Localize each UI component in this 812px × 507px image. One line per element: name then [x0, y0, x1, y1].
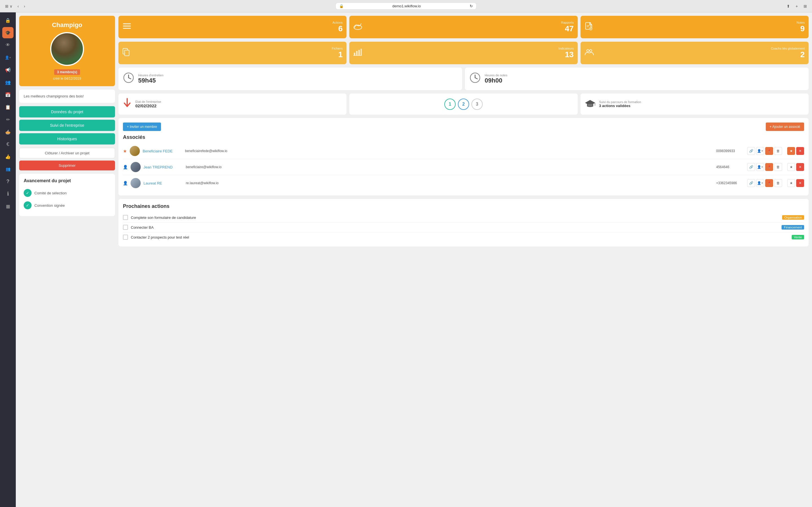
sidebar-item-pencil[interactable]: ✏ — [2, 114, 13, 125]
hours-notes-content: Heures de notes 09h00 — [485, 73, 804, 84]
assoc-avatar-image-1 — [130, 146, 140, 156]
hours-entretien-card: Heures d'entretien 59h45 — [118, 68, 462, 90]
historiques-button[interactable]: Historiques — [19, 133, 115, 145]
stat-indicateurs[interactable]: Indicateurs 13 — [349, 42, 577, 64]
notes-value: 9 — [596, 24, 805, 33]
star-icon-1[interactable]: ★ — [123, 149, 127, 154]
steps-card: 1 2 3 — [349, 94, 577, 115]
assoc-name-3[interactable]: Laureat RE — [144, 181, 183, 185]
svg-rect-13 — [354, 53, 355, 55]
actions-info: Actions 6 — [135, 21, 343, 33]
sidebar-item-question[interactable]: ? — [2, 176, 13, 187]
associates-header: + Inviter un membre + Ajouter un associé — [123, 122, 804, 131]
assoc-link-btn-1[interactable]: 🔗 — [747, 147, 755, 155]
prochaines-actions-title: Prochaines actions — [123, 203, 804, 209]
assoc-star-btn-2[interactable]: ★ — [787, 163, 795, 171]
sidebar-item-megaphone[interactable]: 📢 — [2, 64, 13, 75]
training-info: Suivi du parcours de formation 3 actions… — [599, 100, 641, 108]
clock-icon-2 — [469, 72, 481, 86]
action-checkbox-3[interactable] — [123, 235, 128, 240]
stat-fichiers[interactable]: Fichiers 1 — [118, 42, 347, 64]
assoc-star-filled-btn-1[interactable]: ★ — [787, 147, 795, 155]
forward-button[interactable]: › — [22, 3, 27, 9]
person-icon-2: 👤 — [123, 165, 128, 169]
action-text-1: Complete son formulaire de candidature — [131, 216, 779, 220]
action-item-1: Complete son formulaire de candidature O… — [123, 213, 804, 223]
action-checkbox-2[interactable] — [123, 225, 128, 230]
assoc-link-btn-3[interactable]: 🔗 — [747, 179, 755, 187]
stat-coachs[interactable]: Coachs liés globalement 2 — [580, 42, 809, 64]
suivi-button[interactable]: Suivi de l'entreprise — [19, 120, 115, 131]
assoc-location-btn-2[interactable]: 📍 — [765, 163, 773, 171]
created-date: créé le 04/12/2019 — [25, 76, 109, 80]
assoc-email-2: beneficiaire@wikiflow.io — [186, 165, 713, 169]
indicateurs-label: Indicateurs — [365, 47, 573, 50]
rapports-icon — [353, 22, 362, 32]
training-label: Suivi du parcours de formation — [599, 100, 641, 104]
assoc-add-btn-3[interactable]: 👤+ — [756, 179, 764, 187]
sidebar-item-list[interactable]: 📋 — [2, 101, 13, 113]
stat-actions[interactable]: Actions 6 — [118, 16, 347, 38]
sidebar-item-dashboard[interactable]: 🎓 — [2, 27, 13, 38]
assoc-actions-3: 🔗 👤+ 📍 🗑 — [747, 179, 782, 187]
clock-icon-1 — [123, 72, 134, 86]
reload-button[interactable]: ↻ — [470, 4, 473, 8]
sidebar-item-users[interactable]: 👥 — [2, 163, 13, 175]
hours-entretien-content: Heures d'entretien 59h45 — [138, 73, 458, 84]
sidebar-item-euro[interactable]: € — [2, 138, 13, 150]
notes-info: Notes 9 — [596, 21, 805, 33]
sidebar-item-table[interactable]: ▦ — [2, 201, 13, 212]
address-bar[interactable]: 🔒 demo1.wikiflow.io ↻ — [336, 3, 476, 10]
stat-notes[interactable]: Notes 9 — [580, 16, 809, 38]
sidebar-item-lock[interactable]: 🔒 — [2, 15, 13, 26]
sidebar-item-info[interactable]: ℹ — [2, 188, 13, 200]
action-checkbox-1[interactable] — [123, 215, 128, 220]
share-button[interactable]: ⬆ — [785, 3, 792, 9]
sidebar-item-calendar[interactable]: 📅 — [2, 89, 13, 100]
sidebar-item-thumb[interactable]: 👍 — [2, 151, 13, 162]
back-button[interactable]: ‹ — [16, 3, 20, 9]
hours-notes-label: Heures de notes — [485, 73, 804, 77]
assoc-x-btn-2[interactable]: ✕ — [796, 163, 804, 171]
cloturer-button[interactable]: Clôturer / Archiver un projet — [19, 148, 115, 158]
stats-row-2: Fichiers 1 In — [118, 42, 809, 64]
invite-member-button[interactable]: + Inviter un membre — [123, 122, 161, 131]
action-buttons: Données du projet Suivi de l'entreprise … — [19, 106, 115, 145]
step-2: 2 — [458, 99, 469, 110]
sidebar-item-eye[interactable]: 👁 — [2, 40, 13, 51]
new-tab-button[interactable]: + — [794, 3, 800, 9]
actions-icon — [122, 22, 132, 33]
grid-button[interactable]: ⊞ — [802, 3, 809, 9]
sidebar-item-pie[interactable]: 🥧 — [2, 126, 13, 137]
indicateurs-value: 13 — [365, 50, 573, 59]
add-associate-button[interactable]: + Ajouter un associé — [766, 122, 804, 131]
assoc-x-btn-1[interactable]: ✕ — [796, 147, 804, 155]
assoc-location-btn-1[interactable]: 📍 — [765, 147, 773, 155]
associate-row-1: ★ Beneficiaire FEDE beneficiairefede@wik… — [123, 143, 804, 159]
assoc-delete-btn-1[interactable]: 🗑 — [774, 147, 782, 155]
supprimer-button[interactable]: Supprimer — [19, 161, 115, 170]
person-icon-3: 👤 — [123, 181, 128, 185]
lock-indicator: 🔒 — [339, 4, 344, 8]
assoc-delete-btn-2[interactable]: 🗑 — [774, 163, 782, 171]
assoc-name-2[interactable]: Jean TREPREND — [144, 165, 183, 169]
assoc-location-btn-3[interactable]: 📍 — [765, 179, 773, 187]
fichiers-value: 1 — [134, 50, 343, 59]
assoc-x-btn-3[interactable]: ✕ — [796, 179, 804, 187]
assoc-star-btn-3[interactable]: ★ — [787, 179, 795, 187]
sidebar-item-people[interactable]: 👥 — [2, 76, 13, 88]
state-row: Etat de l'entreprise 02/02/2022 1 2 3 — [118, 94, 809, 115]
sidebar-toggle[interactable]: ⊞ ∨ — [3, 3, 14, 9]
sidebar-item-add-user[interactable]: 👤+ — [2, 52, 13, 63]
assoc-add-btn-1[interactable]: 👤+ — [756, 147, 764, 155]
training-value: 3 actions validées — [599, 104, 641, 108]
assoc-name-1[interactable]: Beneficiaire FEDE — [143, 149, 182, 153]
assoc-add-btn-2[interactable]: 👤+ — [756, 163, 764, 171]
assoc-delete-btn-3[interactable]: 🗑 — [774, 179, 782, 187]
assoc-link-btn-2[interactable]: 🔗 — [747, 163, 755, 171]
donnees-button[interactable]: Données du projet — [19, 106, 115, 117]
notes-label: Notes — [596, 21, 805, 24]
rapports-info: Rapports 47 — [366, 21, 573, 33]
stat-rapports[interactable]: Rapports 47 — [349, 16, 577, 38]
sidebar: 🔒 🎓 👁 👤+ 📢 👥 📅 📋 ✏ 🥧 € 👍 👥 ? ℹ ▦ — [0, 12, 16, 507]
